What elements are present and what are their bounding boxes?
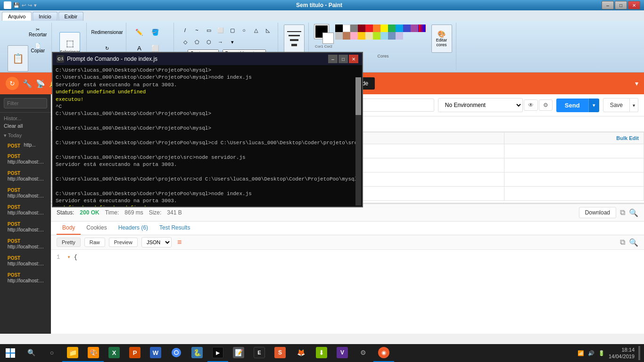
json-format-select[interactable]: JSON (141, 237, 172, 247)
shape-rect2-btn[interactable]: ⬜ (215, 25, 226, 36)
color-lavender[interactable] (396, 32, 403, 40)
color-blue[interactable] (403, 25, 411, 32)
pm-satellite-icon[interactable]: 📡 (36, 79, 45, 88)
shape-rtri-btn[interactable]: ◺ (262, 25, 273, 36)
history-item-9[interactable]: POST http://localhost:3003/user (4, 270, 47, 287)
cmd-maximize-btn[interactable]: □ (339, 55, 348, 63)
shape-curve-btn[interactable]: ~ (191, 25, 203, 36)
history-item-2[interactable]: POST http://localhost:3003/produtos (4, 151, 47, 168)
color-green[interactable] (388, 25, 396, 32)
resp-tab-body[interactable]: Body (57, 222, 81, 235)
colar-btn[interactable]: 📋 (8, 45, 28, 72)
history-item-3[interactable]: POST http://localhost:3003/produtos (4, 168, 47, 185)
color-lightorange[interactable] (358, 32, 365, 40)
cmd-scrollbar[interactable] (355, 77, 361, 206)
network-icon[interactable]: 📶 (578, 350, 584, 356)
fill-btn[interactable]: 🪣 (148, 25, 163, 40)
pm-wrench-icon[interactable]: 🔧 (23, 79, 32, 88)
color-orange[interactable] (373, 25, 380, 32)
raw-btn[interactable]: Raw (84, 238, 105, 247)
paint-tab-inicio[interactable]: Início (33, 12, 57, 21)
env-select[interactable]: No Environment (438, 98, 523, 112)
save-arrow-btn[interactable]: ▾ (630, 98, 638, 112)
taskbar-notepad[interactable]: 📝 (228, 344, 249, 362)
taskbar-powerpoint[interactable]: P (124, 344, 145, 362)
history-item-6[interactable]: POST http://localhost:3003/user (4, 219, 47, 236)
taskbar-search[interactable]: 🔍 (21, 344, 41, 362)
shape-ellipse-btn[interactable]: ○ (239, 25, 250, 36)
colar-paste-btn[interactable] (30, 57, 45, 72)
start-button[interactable] (0, 344, 21, 362)
history-item-7[interactable]: POST http://localhost:3003/user (4, 236, 47, 253)
taskbar-file-explorer[interactable]: 📁 (62, 344, 83, 362)
quick-access-redo[interactable]: ↪ (28, 2, 32, 8)
send-arrow-btn[interactable]: ▾ (588, 99, 599, 112)
resp-tab-test-results[interactable]: Test Results (154, 222, 196, 235)
paint-minimize-btn[interactable]: – (602, 1, 614, 9)
color-lightyellow[interactable] (365, 32, 373, 40)
battery-icon[interactable]: 🔋 (598, 350, 605, 356)
clear-all-btn[interactable]: Clear all (4, 121, 47, 131)
color-purple[interactable] (411, 25, 418, 32)
today-group[interactable]: ▾ Today (4, 131, 47, 140)
taskbar-sublime[interactable]: S (270, 344, 290, 362)
paint-tab-exibir[interactable]: Exibir (58, 12, 84, 21)
shape-hex-btn[interactable]: ⬡ (203, 36, 215, 48)
history-item-5[interactable]: POST http://localhost:3003/user (4, 202, 47, 219)
color-yellow[interactable] (380, 25, 388, 32)
history-item-8[interactable]: POST http://localhost:3003/user (4, 253, 47, 270)
copy-icon-btn[interactable]: ⧉ (620, 238, 625, 247)
pm-dropdown-icon[interactable]: ▾ (635, 80, 638, 87)
tamanho-btn[interactable] (284, 25, 305, 53)
quick-access-save[interactable]: 💾 (13, 2, 20, 8)
cor2-swatch[interactable] (323, 33, 333, 43)
taskbar-firefox[interactable]: 🦊 (290, 344, 311, 362)
pretty-btn[interactable]: Pretty (57, 238, 81, 247)
history-item-4[interactable]: POST http://localhost:3003/user (4, 185, 47, 202)
pm-search-response-btn[interactable]: 🔍 (629, 208, 638, 217)
shape-rect-btn[interactable]: ▭ (203, 25, 215, 36)
edit-colors-btn[interactable]: 🎨 Editar cores (431, 25, 452, 53)
color-brown[interactable] (358, 25, 365, 32)
resp-tab-cookies[interactable]: Cookies (81, 222, 112, 235)
cmd-minimize-btn[interactable]: – (328, 55, 338, 63)
taskbar-paint[interactable]: 🎨 (83, 344, 104, 362)
paint-tab-arquivo[interactable]: Arquivo (2, 12, 32, 21)
color-darkgray[interactable] (350, 25, 358, 32)
color-pink[interactable] (350, 32, 358, 40)
search-icon-btn[interactable]: 🔍 (629, 238, 638, 247)
shape-diamond-btn[interactable]: ◇ (180, 36, 191, 48)
color-lightred[interactable] (343, 32, 350, 40)
taskbar-cortana[interactable]: ○ (41, 344, 62, 362)
taskbar-excel[interactable]: X (104, 344, 124, 362)
taskbar-chrome[interactable] (166, 344, 187, 362)
taskbar-postman[interactable]: ◉ (373, 344, 394, 362)
taskbar-cmd[interactable]: ▶ (207, 344, 228, 362)
shape-penta-btn[interactable]: ⬠ (191, 36, 203, 48)
taskbar-torrent[interactable]: ⬇ (311, 344, 332, 362)
color-lightgray[interactable] (335, 32, 343, 40)
redimensionar-btn[interactable]: Redimensionar (99, 25, 115, 40)
sound-icon[interactable]: 🔊 (588, 350, 594, 356)
taskbar-tool[interactable]: ⚙ (353, 344, 373, 362)
send-btn[interactable]: Send (556, 99, 588, 112)
color-rainbow[interactable] (418, 25, 426, 32)
color-cyan[interactable] (380, 32, 388, 40)
taskbar-python[interactable]: 🐍 (187, 344, 207, 362)
quick-access-undo[interactable]: ↩ (22, 2, 26, 8)
shape-round-btn[interactable]: ▢ (227, 25, 238, 36)
pm-copy-response-btn[interactable]: ⧉ (620, 208, 625, 217)
color-lightgreen[interactable] (373, 32, 380, 40)
taskbar-vs[interactable]: V (332, 344, 353, 362)
copiar-btn[interactable]: 📄 Copiar (30, 41, 45, 56)
save-btn[interactable]: Save (603, 98, 630, 112)
download-btn[interactable]: Download (579, 207, 616, 218)
postman-sync-icon[interactable]: ↻ (6, 77, 19, 90)
color-black[interactable] (335, 25, 343, 32)
shape-line-btn[interactable]: / (180, 25, 191, 36)
taskbar-word[interactable]: W (145, 344, 166, 362)
taskbar-editor[interactable]: E (249, 344, 270, 362)
paint-close-btn[interactable]: ✕ (628, 1, 640, 9)
clock[interactable]: 18:14 14/04/2019 (609, 346, 635, 360)
history-item-1[interactable]: POST http... (4, 140, 47, 151)
